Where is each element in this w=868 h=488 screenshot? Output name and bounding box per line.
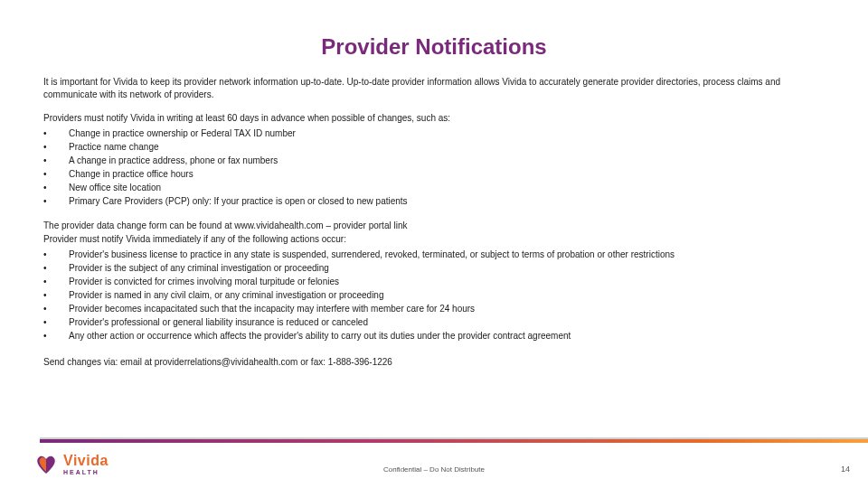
immediate-bullets: •Provider's business license to practice… [43, 248, 825, 343]
logo-name: Vivida [63, 454, 108, 468]
notify-lead: Providers must notify Vivida in writing … [43, 111, 825, 125]
list-item: •Primary Care Providers (PCP) only: If y… [43, 194, 825, 208]
page-number: 14 [841, 465, 850, 474]
list-item: •Provider is named in any civil claim, o… [43, 288, 825, 302]
form-link-line: The provider data change form can be fou… [43, 219, 825, 232]
list-item: •Change in practice ownership or Federal… [43, 127, 825, 140]
list-item: •Provider becomes incapacitated such tha… [43, 302, 825, 315]
list-item: •Change in practice office hours [43, 167, 825, 181]
send-changes-line: Send changes via: email at providerrelat… [43, 357, 825, 367]
logo-subtitle: HEALTH [63, 469, 108, 475]
list-item: •New office site location [43, 181, 825, 194]
list-item: •Provider's business license to practice… [43, 248, 825, 261]
list-item: •Provider's professional or general liab… [43, 315, 825, 329]
heart-icon [34, 454, 58, 475]
notify-bullets: •Change in practice ownership or Federal… [43, 127, 825, 208]
vivida-logo: Vivida HEALTH [34, 454, 108, 475]
footer-gradient-bar [40, 439, 868, 443]
list-item: •A change in practice address, phone or … [43, 154, 825, 167]
confidential-footer: Confidential – Do Not Distribute [383, 465, 485, 474]
intro-paragraph: It is important for Vivida to keep its p… [43, 76, 825, 100]
list-item: •Provider is the subject of any criminal… [43, 261, 825, 275]
slide-title: Provider Notifications [43, 34, 825, 60]
list-item: •Any other action or occurrence which af… [43, 329, 825, 343]
list-item: •Provider is convicted for crimes involv… [43, 275, 825, 288]
list-item: •Practice name change [43, 140, 825, 154]
immediate-lead: Provider must notify Vivida immediately … [43, 232, 825, 246]
